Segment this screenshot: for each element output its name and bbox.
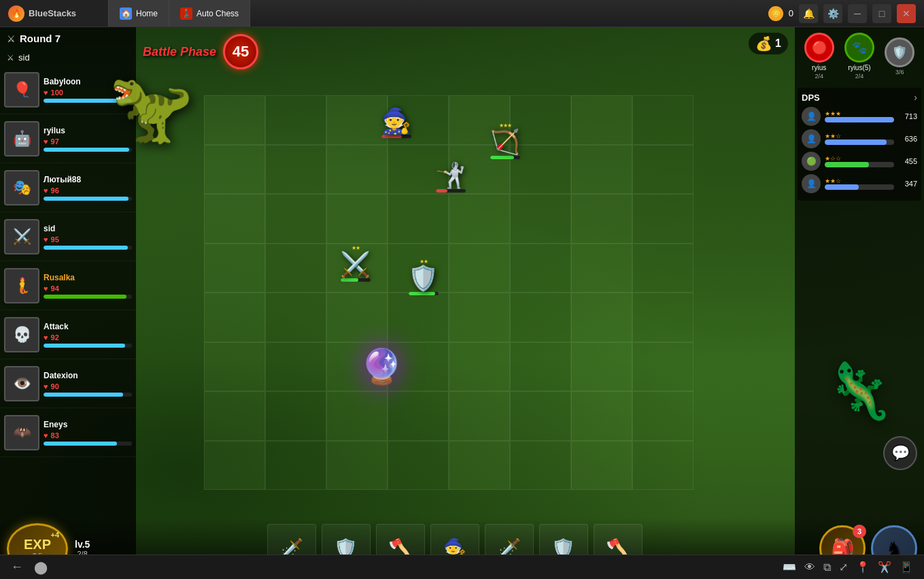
board-cell[interactable] [388, 145, 449, 195]
board-cell[interactable] [510, 194, 571, 244]
board-cell[interactable] [265, 391, 326, 441]
board-cell[interactable] [204, 441, 265, 491]
board-cell[interactable] [265, 244, 326, 293]
exp-plus-label: +4 [50, 531, 59, 539]
board-cell[interactable] [571, 391, 632, 441]
board-cell[interactable] [571, 244, 632, 293]
board-cell[interactable] [265, 293, 326, 342]
board-cell[interactable] [632, 244, 694, 293]
minimize-btn[interactable]: ─ [848, 4, 867, 23]
player-entry[interactable]: 💀 Attack ♥ 92 [0, 310, 136, 359]
board-cell[interactable] [204, 95, 265, 145]
board-cell[interactable] [510, 293, 571, 342]
dps-bar-wrap: ★☆☆ [825, 155, 894, 167]
board-cell[interactable] [632, 391, 694, 441]
board-cell[interactable] [571, 293, 632, 342]
board-cell[interactable] [326, 95, 388, 145]
hp-text: 97 [51, 137, 59, 146]
board-cell[interactable] [449, 391, 510, 441]
board-cell[interactable] [510, 145, 571, 195]
player-entry[interactable]: 🤖 ryilus ♥ 97 [0, 114, 136, 163]
board-cell[interactable] [388, 293, 449, 342]
player-entry[interactable]: ⚔️ sid ♥ 95 [0, 212, 136, 261]
board-cell[interactable] [571, 145, 632, 195]
board-cell[interactable] [510, 342, 571, 392]
board-cell[interactable] [388, 244, 449, 293]
player-avatar: 🎭 [4, 170, 39, 205]
board-cell[interactable] [265, 95, 326, 145]
player-entry[interactable]: 🎈 Babyloon ♥ 100 [0, 65, 136, 114]
board-cell[interactable] [388, 95, 449, 145]
tab-game[interactable]: ♟️ Auto Chess [169, 0, 250, 27]
keyboard-btn[interactable]: ⌨️ [783, 561, 796, 574]
board-cell[interactable] [326, 342, 388, 392]
board-cell[interactable] [571, 441, 632, 491]
board-cell[interactable] [326, 145, 388, 195]
board-cell[interactable] [388, 391, 449, 441]
board-cell[interactable] [449, 194, 510, 244]
scissors-btn[interactable]: ✂️ [878, 561, 891, 574]
board-cell[interactable] [510, 391, 571, 441]
board-cell[interactable] [449, 441, 510, 491]
location-btn[interactable]: 📍 [856, 561, 870, 574]
board-cell[interactable] [388, 194, 449, 244]
board-cell[interactable] [632, 342, 694, 392]
board-cell[interactable] [632, 145, 694, 195]
board-cell[interactable] [632, 194, 694, 244]
board-cell[interactable] [571, 342, 632, 392]
board-cell[interactable] [204, 342, 265, 392]
player-entry[interactable]: 🧜 Rusalka ♥ 94 [0, 261, 136, 310]
back-button[interactable]: ← [11, 560, 23, 575]
player-entry[interactable]: 👁️ Datexion ♥ 90 [0, 359, 136, 408]
board-cell[interactable] [510, 441, 571, 491]
player-entry[interactable]: 🎭 Лютый88 ♥ 96 [0, 163, 136, 212]
chat-button[interactable]: 💬 [883, 436, 917, 470]
fullscreen-btn[interactable]: ⤢ [839, 561, 848, 574]
close-btn[interactable]: ✕ [897, 4, 916, 23]
multiwindow-btn[interactable]: ⧉ [823, 561, 831, 574]
board-cell[interactable] [265, 194, 326, 244]
board-cell[interactable] [449, 145, 510, 195]
board-cell[interactable] [571, 95, 632, 145]
board-cell[interactable] [265, 145, 326, 195]
board-cell[interactable] [388, 342, 449, 392]
maximize-btn[interactable]: □ [872, 4, 891, 23]
dps-expand-arrow[interactable]: › [914, 92, 917, 103]
board-cell[interactable] [449, 293, 510, 342]
board-cell[interactable] [326, 244, 388, 293]
board-cell[interactable] [204, 194, 265, 244]
chess-board [150, 82, 748, 517]
board-cell[interactable] [449, 95, 510, 145]
phone-btn[interactable]: 📱 [900, 561, 913, 574]
board-cell[interactable] [265, 342, 326, 392]
board-cell[interactable] [632, 293, 694, 342]
board-cell[interactable] [449, 244, 510, 293]
settings-btn[interactable]: ⚙️ [823, 4, 842, 23]
board-cell[interactable] [571, 194, 632, 244]
app-logo[interactable]: 🔥 BlueStacks [0, 0, 109, 27]
hp-bar-container [44, 148, 132, 152]
hp-bar-container [44, 442, 132, 446]
board-cell[interactable] [326, 441, 388, 491]
board-cell[interactable] [632, 441, 694, 491]
player-entry[interactable]: 🦇 Eneys ♥ 83 [0, 408, 136, 457]
board-cell[interactable] [388, 441, 449, 491]
board-cell[interactable] [510, 95, 571, 145]
notification-btn[interactable]: 🔔 [799, 4, 818, 23]
board-cell[interactable] [510, 244, 571, 293]
eye-btn[interactable]: 👁 [804, 561, 815, 574]
board-cell[interactable] [204, 293, 265, 342]
tab-home[interactable]: 🏠 Home [109, 0, 169, 27]
board-cell[interactable] [265, 441, 326, 491]
board-cell[interactable] [326, 391, 388, 441]
player-hp-row: ♥ 97 [44, 137, 132, 146]
board-cell[interactable] [204, 145, 265, 195]
home-button[interactable]: ⬤ [34, 560, 48, 575]
board-cell[interactable] [632, 95, 694, 145]
board-cell[interactable] [449, 342, 510, 392]
board-cell[interactable] [326, 194, 388, 244]
board-cell[interactable] [204, 244, 265, 293]
board-cell[interactable] [326, 293, 388, 342]
board-cell[interactable] [204, 391, 265, 441]
player-hp-row: ♥ 94 [44, 284, 132, 293]
